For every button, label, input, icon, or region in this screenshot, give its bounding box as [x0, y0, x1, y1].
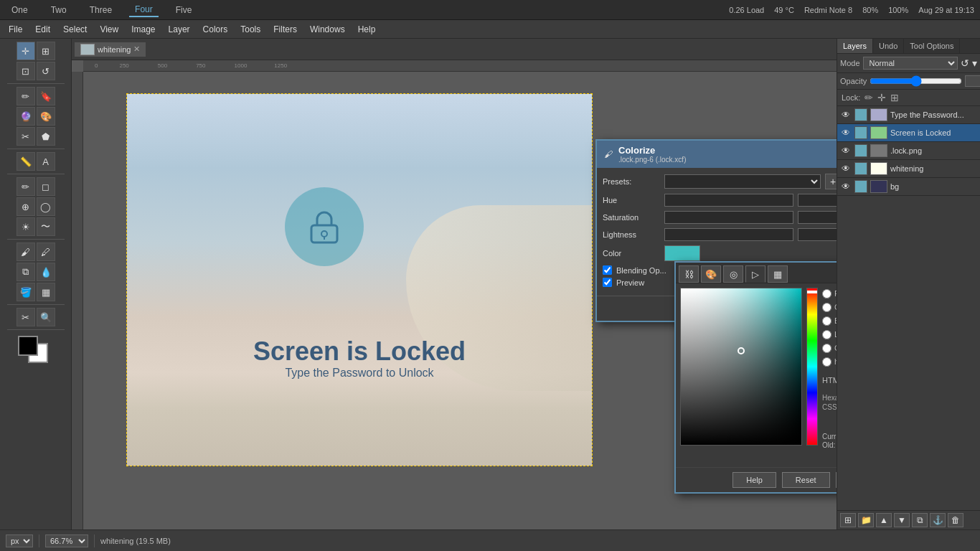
- bycolor-tool[interactable]: 🎨: [37, 107, 55, 126]
- cc-g-radio[interactable]: [822, 303, 831, 312]
- layer-item-0[interactable]: 👁 Type the Password...: [837, 106, 980, 124]
- layer-eye-2[interactable]: 👁: [840, 145, 852, 156]
- cc-tab-chain[interactable]: ⛓: [679, 265, 699, 283]
- paint-tool[interactable]: 🖌: [17, 242, 35, 261]
- cc-b-radio[interactable]: [822, 316, 831, 326]
- cc-reset-btn[interactable]: Reset: [782, 472, 830, 488]
- scissors-tool[interactable]: ✂: [17, 308, 35, 326]
- paths-tool[interactable]: ✏: [17, 87, 35, 105]
- cc-cancel-btn[interactable]: Cancel: [836, 472, 837, 488]
- taskbar-tab-one[interactable]: One: [6, 4, 34, 17]
- preview-checkbox[interactable]: [603, 278, 612, 287]
- zoom-tool[interactable]: 🔍: [37, 308, 55, 326]
- layer-eye-0[interactable]: 👁: [840, 109, 852, 121]
- new-layer-from-visible-btn[interactable]: ⊞: [840, 513, 856, 527]
- panel-tab-tool-options[interactable]: Tool Options: [904, 39, 960, 53]
- layer-eye-4[interactable]: 👁: [840, 181, 852, 192]
- layers-refresh-btn[interactable]: ↺: [961, 57, 969, 69]
- cc-hue-slider[interactable]: [806, 288, 818, 446]
- blending-checkbox[interactable]: [603, 265, 612, 275]
- menu-file[interactable]: File: [3, 23, 28, 36]
- colorize-dialog-header[interactable]: 🖌 Colorize .lock.png-6 (.lock.xcf): [597, 141, 837, 168]
- lock-pos-btn[interactable]: ✛: [877, 92, 886, 103]
- anchor-layer-btn[interactable]: ⚓: [930, 513, 946, 527]
- layers-mode-select[interactable]: Normal: [863, 57, 958, 70]
- gradient-tool[interactable]: ▦: [37, 283, 55, 301]
- cc-r-radio[interactable]: [822, 289, 831, 298]
- menu-select[interactable]: Select: [57, 23, 93, 36]
- move-layer-up-btn[interactable]: ▲: [876, 513, 892, 527]
- lightness-value[interactable]: 0.000: [798, 228, 837, 241]
- zoom-select[interactable]: 66.7%: [45, 534, 88, 547]
- measure-tool[interactable]: 📏: [17, 152, 35, 171]
- cc-gradient-picker[interactable]: [680, 288, 802, 446]
- bucket-tool[interactable]: 🪣: [17, 283, 35, 301]
- pencil-tool[interactable]: ✏: [17, 177, 35, 196]
- new-layer-group-btn[interactable]: 📁: [858, 513, 874, 527]
- align-tool[interactable]: ⊞: [37, 42, 55, 60]
- ink-tool[interactable]: 🖊: [37, 242, 55, 261]
- layer-item-2[interactable]: 👁 .lock.png: [837, 142, 980, 160]
- cc-tab-colors[interactable]: ▦: [768, 265, 788, 283]
- saturation-value[interactable]: 0.5000: [798, 211, 837, 224]
- taskbar-tab-two[interactable]: Two: [45, 4, 72, 17]
- fuzzyselect-tool[interactable]: 🔮: [17, 107, 35, 126]
- layers-menu-btn[interactable]: ▾: [972, 57, 977, 69]
- text-tool[interactable]: A: [37, 152, 55, 171]
- lock-all-btn[interactable]: ⊞: [890, 92, 899, 103]
- menu-edit[interactable]: Edit: [29, 23, 56, 36]
- hue-input[interactable]: [664, 194, 793, 207]
- taskbar-tab-four[interactable]: Four: [129, 3, 159, 17]
- menu-image[interactable]: Image: [126, 23, 161, 36]
- duplicate-layer-btn[interactable]: ⧉: [912, 513, 928, 527]
- cc-l-radio[interactable]: [822, 330, 831, 339]
- opacity-slider[interactable]: [870, 75, 962, 87]
- cc-h-radio[interactable]: [822, 357, 831, 367]
- foreground-color[interactable]: [18, 336, 38, 356]
- layer-eye-1[interactable]: 👁: [840, 127, 852, 138]
- saturation-input[interactable]: [664, 211, 793, 224]
- cc-tab-palette[interactable]: 🎨: [701, 265, 721, 283]
- cc-c-radio[interactable]: [822, 344, 831, 353]
- cc-tab-circle[interactable]: ◎: [723, 265, 743, 283]
- clone-tool[interactable]: ⧉: [17, 263, 35, 281]
- transform-tool[interactable]: ↺: [37, 62, 55, 80]
- taskbar-tab-five[interactable]: Five: [170, 4, 198, 17]
- cc-help-btn[interactable]: Help: [732, 472, 776, 488]
- layer-item-3[interactable]: 👁 whitening: [837, 160, 980, 178]
- delete-layer-btn[interactable]: 🗑: [948, 513, 963, 527]
- lightness-input[interactable]: [664, 228, 793, 241]
- color-swatch[interactable]: [664, 245, 700, 261]
- panel-tab-undo[interactable]: Undo: [873, 39, 904, 53]
- canvas-tab-close[interactable]: ✕: [133, 44, 140, 54]
- lock-pixels-btn[interactable]: ✏: [864, 92, 873, 103]
- layer-item-4[interactable]: 👁 bg: [837, 178, 980, 196]
- heal-tool[interactable]: ⊕: [17, 197, 35, 216]
- move-layer-down-btn[interactable]: ▼: [894, 513, 910, 527]
- opacity-input[interactable]: [965, 75, 980, 87]
- presets-select[interactable]: [664, 174, 821, 189]
- layer-item-1[interactable]: 👁 Screen is Locked: [837, 124, 980, 142]
- taskbar-tab-three[interactable]: Three: [84, 4, 118, 17]
- panel-tab-layers[interactable]: Layers: [837, 39, 873, 53]
- canvas-tab[interactable]: whitening ✕: [75, 42, 146, 57]
- presets-add-btn[interactable]: +: [825, 174, 837, 189]
- cc-tab-sliders[interactable]: ▷: [745, 265, 765, 283]
- blur-tool[interactable]: ◯: [37, 197, 55, 216]
- iscissors-tool[interactable]: ✂: [17, 127, 35, 146]
- menu-filters[interactable]: Filters: [268, 23, 303, 36]
- freeselect-tool[interactable]: 🔖: [37, 87, 55, 105]
- smudge-tool[interactable]: 💧: [37, 263, 55, 281]
- warp-tool[interactable]: 〜: [37, 217, 55, 236]
- menu-view[interactable]: View: [94, 23, 124, 36]
- menu-colors[interactable]: Colors: [197, 23, 234, 36]
- color-selector[interactable]: [18, 336, 54, 364]
- menu-help[interactable]: Help: [352, 23, 382, 36]
- foreground-tool[interactable]: ⬟: [37, 127, 55, 146]
- menu-windows[interactable]: Windows: [304, 23, 351, 36]
- move-tool[interactable]: ✛: [17, 42, 35, 60]
- hue-value[interactable]: 0.5000: [798, 194, 837, 207]
- crop-tool[interactable]: ⊡: [17, 62, 35, 80]
- menu-tools[interactable]: Tools: [235, 23, 266, 36]
- layer-eye-3[interactable]: 👁: [840, 163, 852, 174]
